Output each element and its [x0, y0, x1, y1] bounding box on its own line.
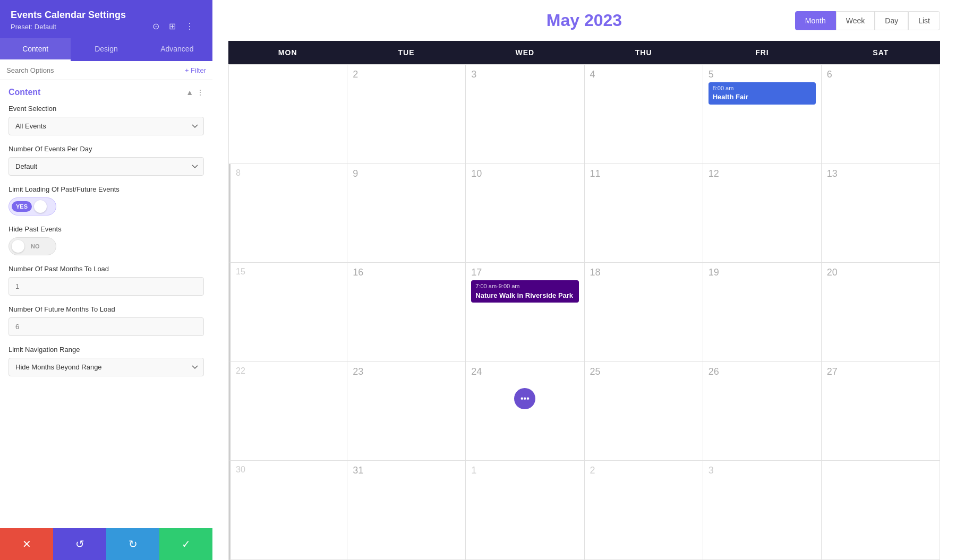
cell-date: 3 — [471, 69, 578, 80]
table-row: 27 — [822, 362, 940, 461]
nav-range-group: Limit Navigation Range Hide Months Beyon… — [0, 343, 212, 384]
cell-date: 10 — [471, 168, 578, 179]
cell-date: 13 — [827, 168, 934, 179]
table-row: 12 — [703, 164, 822, 263]
view-list-button[interactable]: List — [908, 11, 940, 30]
table-row: 11 — [585, 164, 703, 263]
cell-date: 2 — [353, 69, 460, 80]
table-row: 9 — [347, 164, 466, 263]
collapse-icon[interactable]: ▲ — [186, 88, 193, 97]
content-section-header: Content ▲ ⋮ — [0, 80, 212, 102]
event-selection-group: Event Selection All Events Featured Even… — [0, 102, 212, 143]
calendar-header: May 2023 Month Week Day List — [228, 11, 940, 30]
table-row: 24 ••• — [466, 362, 584, 461]
event-chip[interactable]: 7:00 am-9:00 am Nature Walk in Riverside… — [471, 280, 578, 303]
cell-date: 15 — [236, 267, 342, 277]
hide-past-toggle-row: NO — [8, 237, 204, 255]
cell-date: 12 — [709, 168, 816, 179]
filter-button[interactable]: + Filter — [185, 66, 206, 74]
cell-date: 20 — [827, 267, 934, 278]
view-day-button[interactable]: Day — [875, 11, 908, 30]
table-row: 2 — [585, 461, 703, 560]
hide-past-group: Hide Past Events NO — [0, 223, 212, 263]
table-row: 16 — [347, 263, 466, 362]
day-mon: MON — [228, 41, 347, 64]
event-selection-select[interactable]: All Events Featured Events Custom — [8, 117, 204, 135]
sidebar: Events Calendar Settings Preset: Default… — [0, 0, 212, 560]
cell-date: 31 — [353, 465, 460, 476]
table-row: 20 — [822, 263, 940, 362]
event-dot[interactable]: ••• — [514, 388, 535, 409]
sidebar-preset: Preset: Default — [11, 23, 126, 31]
table-row: 10 — [466, 164, 584, 263]
future-months-label: Number Of Future Months To Load — [8, 305, 204, 313]
redo-button[interactable]: ↻ — [106, 528, 159, 560]
table-row: 15 — [229, 263, 347, 362]
table-row: 3 — [703, 461, 822, 560]
table-row — [822, 461, 940, 560]
cancel-button[interactable]: ✕ — [0, 528, 53, 560]
section-more-icon[interactable]: ⋮ — [197, 88, 204, 97]
search-input[interactable] — [6, 66, 185, 74]
past-months-label: Number Of Past Months To Load — [8, 265, 204, 273]
section-controls: ▲ ⋮ — [186, 88, 204, 97]
save-button[interactable]: ✓ — [159, 528, 212, 560]
limit-loading-toggle-row: YES — [8, 197, 204, 216]
layout-icon[interactable]: ⊞ — [166, 20, 178, 32]
limit-loading-label: Limit Loading Of Past/Future Events — [8, 185, 204, 193]
table-row: 5 8:00 am Health Fair — [703, 65, 822, 164]
days-header: MON TUE WED THU FRI SAT — [228, 41, 940, 64]
cell-date: 9 — [353, 168, 460, 179]
table-row — [229, 65, 347, 164]
event-selection-label: Event Selection — [8, 105, 204, 113]
more-icon[interactable]: ⋮ — [183, 20, 197, 32]
table-row: 3 — [466, 65, 584, 164]
calendar-grid-container: MON TUE WED THU FRI SAT 2 3 4 5 — [228, 41, 940, 560]
focus-icon[interactable]: ⊙ — [150, 20, 162, 32]
limit-loading-group: Limit Loading Of Past/Future Events YES — [0, 183, 212, 223]
limit-loading-toggle[interactable]: YES — [8, 197, 56, 216]
tab-content[interactable]: Content — [0, 38, 71, 61]
cell-date: 8 — [236, 168, 342, 178]
cell-date: 16 — [353, 267, 460, 278]
table-row: 6 — [822, 65, 940, 164]
bottom-bar: ✕ ↺ ↻ ✓ — [0, 528, 212, 560]
past-months-input[interactable] — [8, 277, 204, 296]
day-wed: WED — [466, 41, 584, 64]
cell-date: 18 — [590, 267, 697, 278]
cell-date: 1 — [471, 465, 578, 476]
events-per-day-group: Number Of Events Per Day Default 1 2 3 — [0, 143, 212, 183]
tab-design[interactable]: Design — [71, 38, 141, 61]
view-buttons: Month Week Day List — [795, 11, 940, 30]
view-week-button[interactable]: Week — [836, 11, 875, 30]
tab-advanced[interactable]: Advanced — [142, 38, 212, 61]
header-icons: ⊙ ⊞ ⋮ — [150, 20, 197, 32]
cell-date: 23 — [353, 366, 460, 377]
event-chip[interactable]: 8:00 am Health Fair — [709, 82, 816, 105]
events-per-day-select[interactable]: Default 1 2 3 — [8, 157, 204, 176]
toggle-no-label: NO — [27, 241, 44, 252]
table-row: 17 7:00 am-9:00 am Nature Walk in Rivers… — [466, 263, 584, 362]
cell-date: 24 — [471, 366, 578, 377]
nav-range-select[interactable]: Hide Months Beyond Range Disable Navigat… — [8, 358, 204, 376]
events-per-day-label: Number Of Events Per Day — [8, 145, 204, 153]
view-month-button[interactable]: Month — [795, 11, 836, 30]
cell-date: 3 — [709, 465, 816, 476]
toggle-yes-label: YES — [12, 201, 32, 212]
undo-button[interactable]: ↺ — [53, 528, 106, 560]
day-tue: TUE — [347, 41, 465, 64]
cell-date: 17 — [471, 267, 578, 278]
table-row: 19 — [703, 263, 822, 362]
table-row: 23 — [347, 362, 466, 461]
table-row: 30 — [229, 461, 347, 560]
future-months-input[interactable] — [8, 317, 204, 336]
cell-date: 30 — [236, 465, 342, 475]
table-row: 18 — [585, 263, 703, 362]
day-thu: THU — [584, 41, 703, 64]
cell-date: 19 — [709, 267, 816, 278]
search-bar: + Filter — [0, 61, 212, 80]
nav-range-label: Limit Navigation Range — [8, 346, 204, 354]
toggle-no-knob — [12, 240, 24, 253]
hide-past-toggle[interactable]: NO — [8, 237, 56, 255]
table-row: 2 — [347, 65, 466, 164]
